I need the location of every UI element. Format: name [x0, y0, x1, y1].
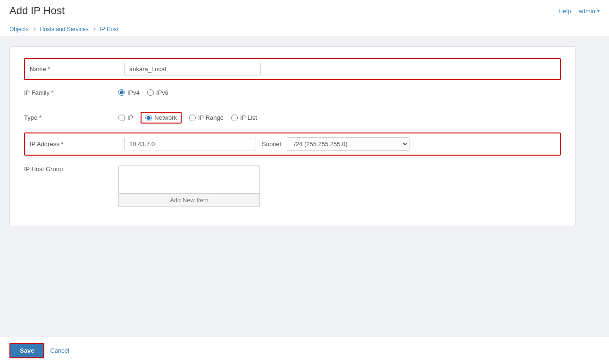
- breadcrumb-ip-host: IP Host: [100, 26, 118, 33]
- admin-label: admin: [579, 8, 595, 15]
- host-group-row: IP Host Group Add New Item: [24, 160, 561, 212]
- cancel-link[interactable]: Cancel: [50, 347, 69, 354]
- iplist-type-radio[interactable]: [231, 115, 238, 121]
- ip-type-radio[interactable]: [118, 115, 125, 121]
- ip-type-label: IP: [127, 114, 133, 121]
- name-label: Name *: [30, 66, 124, 73]
- ipv4-label: IPv4: [127, 89, 140, 96]
- ipv6-radio[interactable]: [147, 89, 154, 96]
- ip-family-label: IP Family *: [24, 89, 118, 96]
- network-type-option[interactable]: Network: [145, 114, 177, 121]
- subnet-label: Subnet: [262, 141, 281, 148]
- host-group-textarea[interactable]: [118, 165, 260, 194]
- divider-3: [24, 157, 561, 158]
- breadcrumb: Objects > Hosts and Services > IP Host: [0, 22, 609, 37]
- iprange-type-option[interactable]: IP Range: [189, 114, 224, 121]
- page-footer: Save Cancel: [0, 337, 609, 364]
- network-highlight-box: Network: [141, 112, 182, 124]
- admin-dropdown[interactable]: admin ▾: [579, 8, 600, 15]
- subnet-select[interactable]: /24 (255.255.255.0) /16 (255.255.0.0) /8…: [287, 137, 409, 151]
- iplist-type-option[interactable]: IP List: [231, 114, 257, 121]
- iprange-type-label: IP Range: [198, 114, 224, 121]
- name-input[interactable]: [124, 63, 261, 75]
- name-control-area: [124, 63, 555, 75]
- add-new-item-button[interactable]: Add New Item: [118, 194, 260, 207]
- main-content: Name * IP Family * IPv4 IPv6 Type *: [0, 37, 609, 236]
- type-row: Type * IP Network IP Range: [24, 107, 561, 128]
- ipv6-label: IPv6: [156, 89, 168, 96]
- help-link[interactable]: Help: [559, 8, 571, 15]
- save-button[interactable]: Save: [9, 343, 44, 358]
- ipv4-radio[interactable]: [118, 89, 125, 96]
- breadcrumb-sep-2: >: [92, 26, 96, 33]
- breadcrumb-objects[interactable]: Objects: [9, 26, 29, 33]
- iprange-type-radio[interactable]: [189, 115, 196, 121]
- host-group-label: IP Host Group: [24, 165, 118, 173]
- page-title: Add IP Host: [9, 5, 65, 17]
- divider-1: [24, 105, 561, 105]
- network-type-label: Network: [154, 114, 177, 121]
- iplist-type-label: IP List: [240, 114, 257, 121]
- ip-type-option[interactable]: IP: [118, 114, 133, 121]
- host-group-area: Add New Item: [118, 165, 260, 207]
- network-type-radio[interactable]: [145, 115, 152, 121]
- ip-family-row: IP Family * IPv4 IPv6: [24, 82, 561, 103]
- type-control-area: IP Network IP Range IP List: [118, 112, 561, 124]
- type-label: Type *: [24, 114, 118, 121]
- ip-address-row: IP Address * Subnet /24 (255.255.255.0) …: [24, 132, 561, 156]
- ipv4-option[interactable]: IPv4: [118, 89, 140, 96]
- host-group-control-area: Add New Item: [118, 165, 561, 207]
- ip-address-label: IP Address *: [30, 141, 124, 148]
- dropdown-caret-icon: ▾: [597, 8, 600, 14]
- top-header: Add IP Host Help admin ▾: [0, 0, 609, 22]
- ip-address-control-area: Subnet /24 (255.255.255.0) /16 (255.255.…: [124, 137, 555, 151]
- ip-address-input[interactable]: [124, 138, 256, 150]
- name-row: Name *: [24, 58, 561, 80]
- top-right-controls: Help admin ▾: [559, 8, 600, 15]
- breadcrumb-hosts-services[interactable]: Hosts and Services: [40, 26, 88, 33]
- ipv6-option[interactable]: IPv6: [147, 89, 168, 96]
- form-card: Name * IP Family * IPv4 IPv6 Type *: [9, 46, 576, 226]
- divider-2: [24, 130, 561, 131]
- breadcrumb-sep-1: >: [33, 26, 36, 33]
- ip-family-control-area: IPv4 IPv6: [118, 89, 561, 96]
